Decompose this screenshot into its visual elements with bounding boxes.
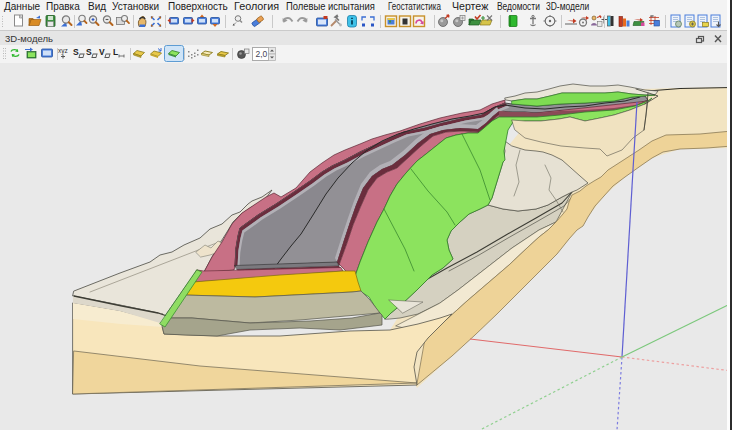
svg-text:S: S xyxy=(73,47,79,57)
svg-text:S: S xyxy=(86,47,92,57)
svg-text:xyz: xyz xyxy=(58,47,68,55)
svg-text:2,0: 2,0 xyxy=(256,49,268,59)
svg-text:V: V xyxy=(99,47,105,57)
svg-text:L: L xyxy=(113,47,118,57)
